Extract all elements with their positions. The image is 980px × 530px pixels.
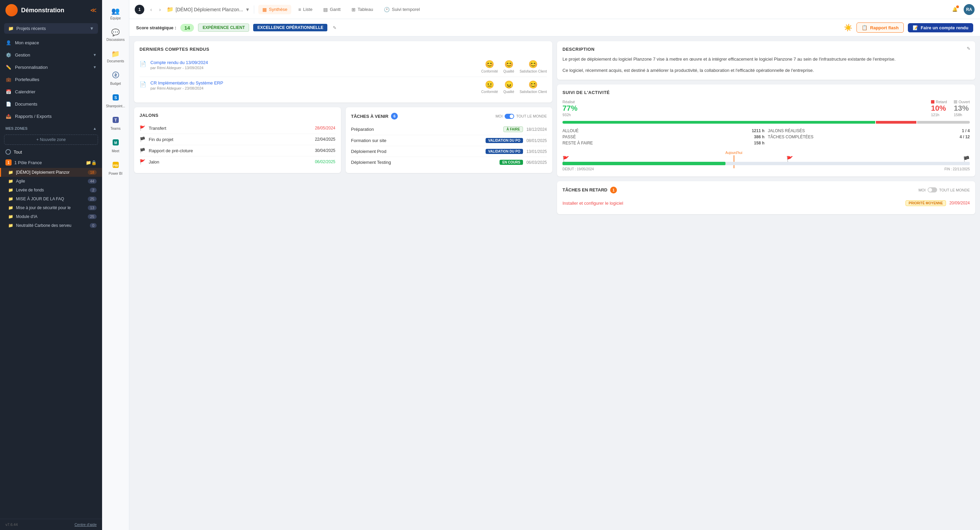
project-label: Neutralité Carbone des serveu xyxy=(16,223,72,228)
taches-completees-label: TÂCHES COMPLÉTÉES xyxy=(768,134,814,139)
icon-panel-meet[interactable]: M Meet xyxy=(104,135,127,156)
gantt-area: Aujourd'hui 🚩 🚩 🏴 xyxy=(563,151,970,165)
conformite-label-0: Conformité xyxy=(481,69,498,73)
progress-bar xyxy=(563,121,970,124)
project-item-deploiement[interactable]: 📁 [DÉMO] Déploiement Planzor 18 xyxy=(0,168,102,177)
pole-badge: 1 xyxy=(5,160,11,166)
icon-panel-teams[interactable]: T Teams xyxy=(104,113,127,134)
sidebar-item-portefeuilles[interactable]: 💼 Portefeuilles xyxy=(0,73,102,86)
project-count: 25 xyxy=(88,214,97,219)
zones-title: Mes zones xyxy=(5,126,27,131)
qualite-icon-1: 😠 xyxy=(504,80,514,89)
ouvert-pct: 13% xyxy=(954,104,970,113)
moi-label: MOI xyxy=(495,114,503,118)
sidebar-item-calendrier[interactable]: 📅 Calendrier xyxy=(0,86,102,98)
cr-info-1: CR Implémentation du Système ERP par Rém… xyxy=(150,80,477,90)
sidebar-item-gestion[interactable]: ⚙️ Gestion ▼ xyxy=(0,49,102,61)
taches-a-venir-header: TÂCHES À VENIR 6 MOI TOUT LE MONDE xyxy=(351,113,547,120)
jalon-3: 🚩 Jalon 06/02/2025 xyxy=(140,156,336,167)
moi-toggle[interactable] xyxy=(504,114,514,119)
projects-dropdown[interactable]: 📁 Projets récents ▼ xyxy=(4,23,98,34)
topbar-project[interactable]: 📁 [DÉMO] Déploiement Planzon... ▼ xyxy=(167,6,250,13)
sidebar-item-personnalisation[interactable]: ✏️ Personnalisation ▼ xyxy=(0,61,102,73)
retard-h: 121h xyxy=(931,113,947,117)
icon-panel-powerbi[interactable]: PBI Power BI xyxy=(104,158,127,179)
sidebar-item-mon-espace[interactable]: 👤 Mon espace xyxy=(0,37,102,49)
tab-liste[interactable]: ≡ Liste xyxy=(294,5,317,14)
tache-retard-0: Installer et configurer le logiciel PRIO… xyxy=(563,198,970,209)
tab-synthese[interactable]: ▦ Synthèse xyxy=(258,5,291,14)
user-avatar[interactable]: RA xyxy=(964,4,975,15)
icon-panel-budget[interactable]: Budget xyxy=(104,68,127,89)
cr-title-0[interactable]: Compte rendu du 13/09/2024 xyxy=(150,60,477,65)
retard-tout-le-monde-label: TOUT LE MONDE xyxy=(939,188,970,192)
retard-moi-toggle[interactable] xyxy=(928,187,937,192)
retard-stat: Retard 10% 121h xyxy=(931,100,947,117)
project-item-levee[interactable]: 📁 Levée de fonds 2 xyxy=(0,186,102,195)
svg-text:PBI: PBI xyxy=(113,164,118,167)
jalon-date-0: 28/05/2024 xyxy=(315,126,335,131)
help-link[interactable]: Centre d'aide xyxy=(75,522,97,527)
score-edit-icon[interactable]: ✎ xyxy=(333,25,337,30)
tab-gantt[interactable]: ▤ Gantt xyxy=(319,5,345,14)
sidebar-item-documents[interactable]: 📄 Documents xyxy=(0,98,102,110)
gantt-icon: ▤ xyxy=(323,7,328,12)
cr-item-1: 📄 CR Implémentation du Système ERP par R… xyxy=(140,77,547,97)
score-label: Score stratégique : xyxy=(136,25,176,30)
jalons-realises-val: 1 / 4 xyxy=(962,128,970,133)
tab-suivi-temporel[interactable]: 🕐 Suivi temporel xyxy=(380,5,424,14)
icon-panel-discussions[interactable]: 💬 Discussions xyxy=(104,25,127,45)
icon-panel-sharepoint[interactable]: S Sharepoint... xyxy=(104,90,127,112)
sidebar-item-rapports[interactable]: 📤 Rapports / Exports xyxy=(0,110,102,122)
faire-compte-rendu-button[interactable]: 📝 Faire un compte rendu xyxy=(908,23,973,32)
description-edit-icon[interactable]: ✎ xyxy=(967,46,970,51)
project-label: Module d'IA xyxy=(16,214,37,219)
cr-title-1[interactable]: CR Implémentation du Système ERP xyxy=(150,80,477,86)
description-title: DESCRIPTION xyxy=(563,47,595,52)
topbar-dropdown-arrow[interactable]: ▼ xyxy=(245,7,250,12)
rapport-flash-button[interactable]: 📋 Rapport flash xyxy=(856,22,904,33)
project-label: [DÉMO] Déploiement Planzor xyxy=(16,170,69,175)
jalon-date-2: 30/04/2025 xyxy=(315,148,335,153)
tag-experience-client[interactable]: EXPÉRIENCE CLIENT xyxy=(198,24,249,32)
zones-collapse-icon[interactable]: ▲ xyxy=(93,126,97,131)
tab-tableau[interactable]: ⊞ Tableau xyxy=(347,5,377,14)
ouvert-h: 158h xyxy=(954,113,970,117)
suivi-timeline: Aujourd'hui 🚩 🚩 🏴 xyxy=(563,151,970,171)
nav-forward-icon[interactable]: › xyxy=(156,5,164,14)
tache-name-2: Déploiement Prod xyxy=(351,149,482,154)
nav-back-icon[interactable]: ‹ xyxy=(147,5,155,14)
description-text-2: Ce logiciel, récemment acquis, est desti… xyxy=(563,67,970,74)
jalons-realises-label: JALONS RÉALISÉS xyxy=(768,128,805,133)
zone-pole-france[interactable]: 1 1 Pôle France 📁🔒 xyxy=(0,157,102,168)
sun-icon[interactable]: ☀️ xyxy=(844,24,853,32)
tab-label: Suivi temporel xyxy=(392,7,420,12)
ip-label: Meet xyxy=(111,149,119,153)
folder-icon: 📁 xyxy=(8,188,13,192)
jalon-0: 🚩 Transfert 28/05/2024 xyxy=(140,123,336,134)
tab-label: Tableau xyxy=(358,7,373,12)
main-content: 1 ‹ › 📁 [DÉMO] Déploiement Planzon... ▼ … xyxy=(129,0,980,530)
jalon-name-1: Fin du projet xyxy=(149,137,311,142)
rapport-icon: 📋 xyxy=(862,25,867,30)
new-zone-button[interactable]: + Nouvelle zone xyxy=(4,134,98,145)
project-item-ia[interactable]: 📁 Module d'IA 25 xyxy=(0,212,102,221)
folder-icon: 📁 xyxy=(8,196,13,201)
project-item-neutralite[interactable]: 📁 Neutralité Carbone des serveu 0 xyxy=(0,221,102,230)
notifications-button[interactable]: 🔔 xyxy=(950,4,960,15)
project-number-badge: 1 xyxy=(135,5,144,14)
sidebar-collapse-icon[interactable]: ≪ xyxy=(90,6,97,14)
icon-panel-documents[interactable]: 📁 Documents xyxy=(104,46,127,66)
money-icon xyxy=(112,71,119,80)
tag-excellence-operationnelle[interactable]: EXCELLENCE OPÉRATIONNELLE xyxy=(253,24,327,31)
qualite-label-1: Qualité xyxy=(503,90,514,94)
project-item-securite[interactable]: 📁 Mise à jour de sécurité pour le 13 xyxy=(0,203,102,212)
project-count: 25 xyxy=(88,196,97,201)
project-item-faq[interactable]: 📁 MISE À JOUR DE LA FAQ 25 xyxy=(0,195,102,203)
cr-metrics-1: 😐 Conformité 😠 Qualité 😊 Satisfaction Cl… xyxy=(481,80,547,94)
cr-metric-satisfaction-0: 😊 Satisfaction Client xyxy=(520,60,547,73)
team-icon: 👥 xyxy=(111,7,120,15)
project-item-agile[interactable]: 📁 Agile 44 xyxy=(0,177,102,186)
icon-panel-equipe[interactable]: 👥 Équipe xyxy=(104,3,127,24)
zone-tout[interactable]: Tout xyxy=(0,147,102,157)
